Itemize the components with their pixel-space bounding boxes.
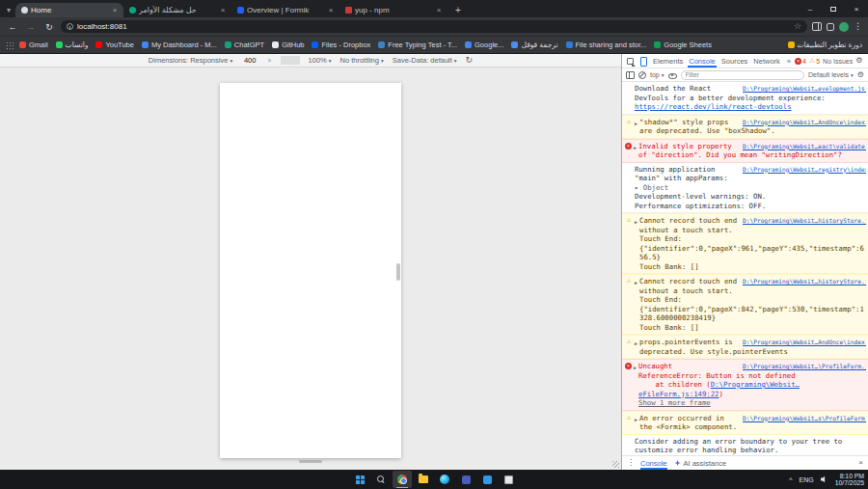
devtools-tab-console[interactable]: Console (686, 54, 719, 68)
expand-caret-icon[interactable]: ▶ (634, 144, 637, 153)
console-link[interactable]: https://react.dev/link/react-devtools (635, 102, 792, 111)
browser-tab[interactable]: Home× (15, 3, 123, 17)
console-source-link[interactable]: D:\Programing\Websit…historyStore.js:104 (743, 277, 866, 286)
drawer-close-icon[interactable]: × (858, 459, 863, 467)
tab-close-icon[interactable]: × (434, 6, 444, 15)
expand-caret-icon[interactable]: ▶ (635, 279, 637, 288)
settings-gear-icon[interactable]: ⚙ (855, 57, 862, 65)
viewport-scrollbar[interactable] (396, 263, 400, 281)
bookmark-item[interactable]: ChatGPT (225, 41, 264, 49)
browser-tab[interactable]: yup - npm× (339, 3, 448, 17)
minimize-button[interactable]: – (799, 0, 822, 17)
console-source-link[interactable]: D:\Programing\Websit…AndOnce\index.js:26 (743, 338, 866, 347)
taskbar-clock[interactable]: 8:10 PM 10/7/2025 (835, 473, 864, 487)
tab-close-icon[interactable]: × (218, 6, 228, 15)
height-input[interactable] (281, 56, 300, 65)
bookmark-item[interactable]: Google Sheets (654, 41, 712, 49)
drawer-tab-ai-assistance[interactable]: AI assistance (675, 456, 727, 470)
maximize-button[interactable] (822, 0, 845, 17)
expand-caret-icon[interactable]: ▶ (634, 364, 637, 373)
bookmark-item[interactable]: Files - Dropbox (312, 41, 370, 49)
resize-grip[interactable] (612, 461, 619, 468)
apps-grid-icon[interactable] (6, 41, 14, 49)
side-panel-icon[interactable] (812, 22, 822, 31)
site-info-icon[interactable] (67, 23, 73, 30)
drawer-tab-console[interactable]: Console (640, 456, 667, 470)
drawer-menu-icon[interactable]: ⋮ (627, 459, 635, 467)
tray-expand-icon[interactable]: ^ (789, 476, 792, 483)
log-levels-select[interactable]: Default levels ▾ (808, 71, 854, 78)
console-source-link[interactable]: D:\Programing\Websit…\ProfileForm.js:149 (743, 362, 866, 371)
issues-indicator[interactable]: No Issues (823, 58, 853, 65)
refresh-icon[interactable]: ↻ (42, 20, 56, 34)
tab-close-icon[interactable]: × (110, 6, 120, 15)
extensions-icon[interactable] (827, 23, 834, 31)
device-toolbar-toggle-icon[interactable] (637, 56, 648, 67)
browser-tab[interactable]: حل مشكلة الأوامر× (123, 3, 231, 17)
expand-caret-icon[interactable]: ▶ (635, 340, 637, 349)
horizontal-scrollbar[interactable] (299, 460, 322, 463)
volume-icon[interactable] (821, 476, 828, 483)
bookmark-item[interactable]: GitHub (272, 41, 304, 49)
taskbar-chrome-icon[interactable] (393, 471, 412, 488)
taskbar-search-icon[interactable] (371, 471, 391, 488)
expand-caret-icon[interactable]: ▶ (635, 218, 637, 228)
stack-toggle-link[interactable]: Show 1 more frame (638, 398, 711, 407)
taskbar-explorer-icon[interactable] (414, 471, 433, 488)
bookmark-item[interactable]: Free Typing Test - T... (378, 41, 457, 49)
bookmark-item[interactable]: File sharing and stor... (566, 41, 647, 49)
console-settings-icon[interactable]: ⚙ (857, 71, 864, 79)
console-filter-input[interactable] (681, 70, 805, 80)
bookmark-item[interactable]: ترجمة قوقل (511, 41, 557, 49)
live-expression-icon[interactable] (668, 70, 677, 79)
taskbar-edge-icon[interactable] (435, 471, 454, 488)
console-sidebar-icon[interactable] (626, 71, 635, 79)
width-input[interactable]: 400 (241, 56, 258, 65)
inspect-element-icon[interactable] (625, 56, 636, 67)
bookmark-item[interactable]: واتساب (56, 41, 89, 49)
browser-tab[interactable]: Overview | Formik× (231, 3, 339, 17)
console-source-link[interactable]: D:\Programing\Websit…evelopment.js:24868 (743, 84, 866, 94)
forward-icon[interactable]: → (24, 20, 38, 34)
devtools-tab-elements[interactable]: Elements (650, 54, 686, 68)
bookmark-item[interactable]: My Dashboard - M... (142, 41, 217, 49)
console-source-link[interactable]: D:\Programing\Websit…AndOnce\index.js:26 (743, 118, 866, 127)
profile-avatar[interactable] (839, 22, 849, 32)
devtools-tab-sources[interactable]: Sources (719, 54, 751, 68)
bookmark-item-right[interactable]: دورة تطوير التطبيقات (788, 41, 862, 49)
execution-context-select[interactable]: top ▾ (650, 71, 665, 78)
bookmark-item[interactable]: Google... (465, 41, 503, 49)
language-indicator[interactable]: ENG (800, 476, 814, 483)
taskbar-vscode-icon[interactable] (477, 471, 497, 488)
console-error-count[interactable]: × 4 (795, 58, 806, 65)
tab-search-icon[interactable]: ▾ (2, 3, 15, 17)
taskbar-app-gray-icon[interactable] (499, 471, 518, 488)
taskbar-app-navy-icon[interactable] (456, 471, 475, 488)
clear-console-icon[interactable] (638, 71, 646, 79)
console-warning-count[interactable]: ⚠ 5 (809, 57, 820, 65)
address-bar[interactable]: localhost:8081 ☆ (61, 20, 807, 33)
browser-menu-icon[interactable]: ⋮ (854, 22, 862, 31)
bookmark-item[interactable]: Gmail (19, 41, 48, 49)
expand-caret-icon[interactable]: ▶ (635, 120, 637, 129)
console-source-link[interactable]: D:\Programing\Websit…s\ProfileForm.js:48 (743, 414, 866, 423)
new-tab-button[interactable]: + (451, 3, 465, 16)
device-viewport[interactable] (220, 83, 401, 458)
back-icon[interactable]: ← (6, 20, 19, 34)
bookmark-star-icon[interactable]: ☆ (794, 22, 801, 31)
dimensions-select[interactable]: Dimensions: Responsive ▾ (149, 56, 232, 65)
tab-close-icon[interactable]: × (326, 6, 336, 15)
taskbar-windows-icon[interactable] (350, 471, 369, 488)
throttling-select[interactable]: No throttling ▾ (340, 56, 384, 65)
bookmark-item[interactable]: YouTube (95, 41, 133, 49)
close-window-button[interactable]: × (845, 0, 868, 17)
console-source-link[interactable]: D:\Programing\Websit…registry\index.js:7… (743, 165, 866, 175)
url-text[interactable]: localhost:8081 (77, 22, 790, 31)
expand-caret-icon[interactable]: ▶ (635, 416, 637, 425)
save-data-select[interactable]: Save-Data: default ▾ (393, 56, 457, 65)
console-source-link[interactable]: D:\Programing\Websit…historyStore.js:104 (743, 216, 866, 226)
zoom-select[interactable]: 100% ▾ (309, 56, 332, 65)
console-source-link[interactable]: D:\Programing\Websit…eact\validate.js:48 (743, 142, 866, 151)
more-panels-icon[interactable]: » (785, 57, 793, 66)
devtools-tab-network[interactable]: Network (750, 54, 783, 68)
